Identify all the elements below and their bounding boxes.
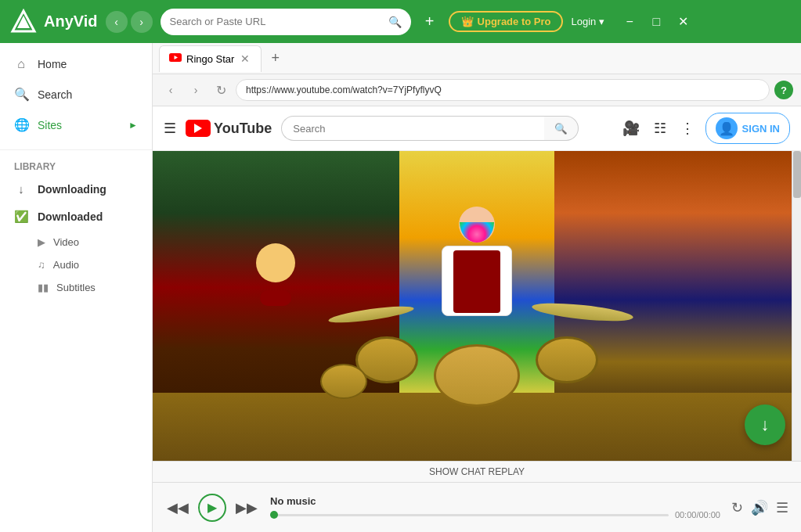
- previous-button[interactable]: ◀◀: [165, 495, 190, 520]
- app-name: AnyVid: [44, 13, 98, 31]
- logo-icon: [9, 8, 38, 36]
- nav-arrows: ‹ ›: [106, 11, 153, 33]
- download-icon: ↓: [761, 415, 770, 435]
- sidebar-item-video[interactable]: ▶ Video: [0, 231, 152, 253]
- minimize-button[interactable]: −: [619, 11, 640, 33]
- sidebar-item-downloading[interactable]: ↓ Downloading: [0, 175, 152, 203]
- logo-area: AnyVid: [9, 8, 98, 36]
- sidebar-item-downloaded[interactable]: ✅ Downloaded: [0, 203, 152, 231]
- video-camera-button[interactable]: 🎥: [619, 117, 643, 140]
- browser-forward-button[interactable]: ›: [186, 80, 206, 100]
- back-button[interactable]: ‹: [106, 11, 128, 33]
- sidebar-nav: ⌂ Home 🔍 Search 🌐 Sites ►: [0, 43, 152, 146]
- add-tab-button[interactable]: +: [419, 11, 441, 33]
- sidebar: ⌂ Home 🔍 Search 🌐 Sites ► Library ↓ Down…: [0, 43, 153, 532]
- sidebar-item-sites[interactable]: 🌐 Sites ►: [0, 110, 152, 140]
- hamburger-button[interactable]: ☰: [164, 120, 176, 137]
- sidebar-item-audio[interactable]: ♫ Audio: [0, 253, 152, 276]
- track-name: No music: [270, 495, 720, 507]
- global-search-bar[interactable]: 🔍: [161, 9, 411, 35]
- search-icon: 🔍: [554, 123, 568, 135]
- download-icon: ↓: [14, 182, 28, 196]
- subtitles-icon: ▮▮: [38, 282, 49, 293]
- globe-icon: 🌐: [14, 117, 28, 132]
- video-content: ↓: [153, 151, 801, 461]
- address-input[interactable]: [236, 79, 770, 101]
- sidebar-item-search[interactable]: 🔍 Search: [0, 79, 152, 110]
- player-track: No music 00:00/00:00: [270, 495, 720, 519]
- refresh-button[interactable]: ↻: [211, 80, 231, 100]
- maximize-button[interactable]: □: [645, 11, 667, 33]
- browser-back-button[interactable]: ‹: [161, 80, 181, 100]
- tab-ringo-star[interactable]: Ringo Star ✕: [159, 45, 262, 72]
- queue-button[interactable]: ☰: [776, 499, 788, 516]
- player-controls: ◀◀ ▶ ▶▶: [165, 494, 259, 522]
- help-button[interactable]: ?: [774, 81, 793, 99]
- youtube-right-controls: 🎥 ☷ ⋮ 👤 SIGN IN: [619, 113, 790, 144]
- forward-button[interactable]: ›: [131, 11, 153, 33]
- player-right-controls: ↻ 🔊 ☰: [731, 499, 788, 516]
- video-icon: ▶: [38, 236, 45, 248]
- track-progress: 00:00/00:00: [270, 510, 720, 519]
- sign-in-button[interactable]: 👤 SIGN IN: [705, 113, 790, 144]
- new-tab-button[interactable]: +: [265, 47, 286, 70]
- browser-area: Ringo Star ✕ + ‹ › ↻ ? ☰ YouTube: [153, 43, 801, 532]
- home-icon: ⌂: [14, 57, 28, 71]
- track-time: 00:00/00:00: [675, 510, 720, 519]
- more-options-button[interactable]: ⋮: [677, 117, 698, 140]
- titlebar: AnyVid ‹ › 🔍 + 👑 Upgrade to Pro Login ▾ …: [0, 0, 801, 43]
- volume-button[interactable]: 🔊: [751, 499, 768, 516]
- login-button[interactable]: Login ▾: [571, 16, 604, 27]
- tab-close-button[interactable]: ✕: [239, 52, 251, 65]
- youtube-search-input[interactable]: [281, 116, 544, 141]
- address-bar: ‹ › ↻ ?: [153, 74, 801, 106]
- search-icon: 🔍: [388, 16, 402, 28]
- download-fab-button[interactable]: ↓: [745, 404, 785, 445]
- play-button[interactable]: ▶: [198, 494, 226, 522]
- progress-dot: [270, 511, 278, 519]
- audio-icon: ♫: [38, 259, 45, 271]
- youtube-logo-icon: [186, 120, 211, 137]
- chat-replay-bar[interactable]: SHOW CHAT REPLAY: [153, 461, 801, 482]
- youtube-logo: YouTube: [186, 120, 272, 137]
- search-icon: 🔍: [14, 87, 28, 102]
- player-bar: ◀◀ ▶ ▶▶ No music 00:00/00:00 ↻ 🔊 ☰: [153, 482, 801, 532]
- window-controls: − □ ✕: [619, 11, 694, 33]
- youtube-search-wrap: 🔍: [281, 116, 579, 141]
- chevron-right-icon: ►: [128, 120, 138, 131]
- next-button[interactable]: ▶▶: [234, 495, 259, 520]
- sidebar-item-home[interactable]: ⌂ Home: [0, 49, 152, 79]
- user-avatar-circle: 👤: [716, 117, 738, 139]
- crown-icon: 👑: [461, 16, 474, 27]
- global-search-input[interactable]: [170, 16, 382, 27]
- check-circle-icon: ✅: [14, 210, 28, 224]
- upgrade-button[interactable]: 👑 Upgrade to Pro: [449, 11, 564, 32]
- scrollbar-thumb[interactable]: [793, 151, 801, 198]
- main-layout: ⌂ Home 🔍 Search 🌐 Sites ► Library ↓ Down…: [0, 43, 801, 532]
- close-button[interactable]: ✕: [672, 11, 694, 33]
- youtube-play-triangle: [194, 124, 202, 133]
- tab-bar: Ringo Star ✕ +: [153, 43, 801, 74]
- youtube-toolbar: ☰ YouTube 🔍 🎥 ☷ ⋮ 👤: [153, 106, 801, 151]
- repeat-button[interactable]: ↻: [731, 499, 743, 516]
- scrollbar-track[interactable]: [792, 151, 801, 461]
- sidebar-item-subtitles[interactable]: ▮▮ Subtitles: [0, 276, 152, 299]
- library-label: Library: [0, 153, 152, 175]
- youtube-search-button[interactable]: 🔍: [544, 116, 579, 141]
- youtube-tab-icon: [169, 52, 182, 65]
- apps-grid-button[interactable]: ☷: [651, 117, 669, 140]
- progress-bar[interactable]: [270, 514, 669, 516]
